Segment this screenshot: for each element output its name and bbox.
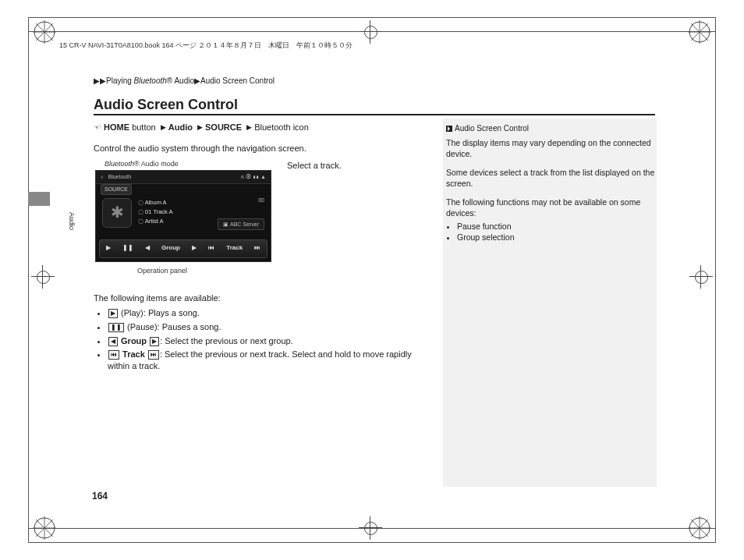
sidebar-notes: Audio Screen Control The display items m… xyxy=(446,122,655,243)
play-icon[interactable]: ▶ xyxy=(106,244,111,253)
reg-mark xyxy=(686,515,713,541)
crop-mark xyxy=(689,265,713,289)
section-side-label: Audio xyxy=(67,212,76,230)
prev-group-icon[interactable]: ◀ xyxy=(145,244,150,253)
nav-path: ☜ HOME button ▶Audio ▶SOURCE ▶Bluetooth … xyxy=(94,122,430,133)
intro-text: Control the audio system through the nav… xyxy=(94,143,430,154)
status-icons: ⎋ ⦿ ▮▮ ▲ xyxy=(241,173,266,180)
prev-icon: ⏮ xyxy=(108,350,119,360)
operation-panel[interactable]: ▶ ❚❚ ◀ Group ▶ ⏮ Track ⏭ xyxy=(99,239,267,258)
reg-mark xyxy=(686,19,713,45)
page-number: 164 xyxy=(92,490,108,502)
prev-track-icon[interactable]: ⏮ xyxy=(208,244,214,253)
breadcrumb: ▶▶Playing Bluetooth® Audio▶Audio Screen … xyxy=(94,76,275,87)
arrow-icon xyxy=(446,126,452,132)
title-rule xyxy=(94,114,655,115)
source-button[interactable]: SOURCE xyxy=(101,184,132,194)
finger-icon: ☜ xyxy=(94,122,101,132)
reg-mark xyxy=(31,515,58,541)
bluetooth-icon: ✱ xyxy=(102,198,132,228)
operation-panel-label: Operation panel xyxy=(137,266,430,275)
pause-icon[interactable]: ❚❚ xyxy=(122,244,133,253)
play-icon: ▶ xyxy=(108,309,118,318)
crop-mark xyxy=(359,516,382,540)
music-icon: ♪ xyxy=(101,173,104,180)
left-icon: ◀ xyxy=(108,337,118,346)
track-row: ◌ 01 Track A xyxy=(138,207,173,217)
mode-label: Bluetooth® Audio mode xyxy=(105,159,430,168)
select-track-label: Select a track. xyxy=(287,160,342,172)
print-header: 15 CR-V NAVI-31T0A8100.book 164 ページ ２０１４… xyxy=(59,41,683,50)
album-row: ◌ Album A xyxy=(138,198,173,207)
next-track-icon[interactable]: ⏭ xyxy=(254,244,260,253)
screen-preview: ♪ Bluetooth ⎋ ⦿ ▮▮ ▲ SOURCE ✱ ◌ Album A … xyxy=(95,170,271,262)
pause-icon: ❚❚ xyxy=(108,323,124,332)
reg-mark xyxy=(31,19,58,45)
right-icon: ▶ xyxy=(150,337,159,346)
available-items: The following items are available: ▶ (Pl… xyxy=(94,292,430,372)
artist-row: ◌ Artist A xyxy=(138,217,173,226)
server-button[interactable]: ▣ ABC Server xyxy=(218,218,264,230)
thumb-tab xyxy=(28,192,50,206)
next-icon: ⏭ xyxy=(148,350,159,360)
next-group-icon[interactable]: ▶ xyxy=(192,244,197,253)
time-counter: 00 xyxy=(258,197,264,204)
crop-mark xyxy=(31,265,55,289)
page-title: Audio Screen Control xyxy=(94,95,238,114)
